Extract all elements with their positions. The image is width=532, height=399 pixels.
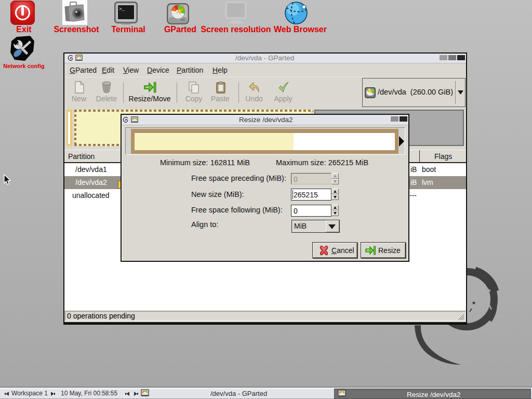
svg-text:>_: >_ xyxy=(119,7,125,12)
